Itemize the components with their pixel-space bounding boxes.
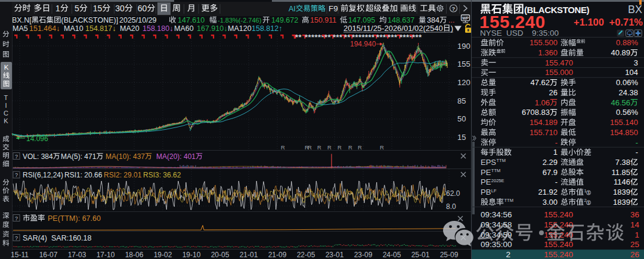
svg-text:30: 30	[115, 4, 125, 13]
svg-text:1: 1	[635, 230, 640, 239]
svg-text:R: R	[281, 144, 285, 151]
svg-text:9:35:00: 9:35:00	[532, 29, 559, 38]
svg-text:PE: PE	[481, 177, 491, 186]
svg-text:158.180↓: 158.180↓	[143, 24, 173, 33]
svg-text:+0.71%: +0.71%	[609, 17, 643, 27]
svg-text:I: I	[5, 102, 7, 109]
svg-text:17-10: 17-10	[97, 251, 115, 259]
svg-text:(BLACKSTONE)]: (BLACKSTONE)]	[61, 16, 119, 24]
svg-text:PE: PE	[481, 168, 491, 177]
svg-text:RSI3: 36.62: RSI3: 36.62	[143, 171, 181, 179]
svg-text:47.62: 47.62	[531, 78, 550, 87]
svg-text:26: 26	[549, 88, 558, 97]
svg-text:7.38: 7.38	[615, 158, 630, 167]
svg-text:155.240: 155.240	[544, 210, 573, 219]
svg-text:0.88%: 0.88%	[616, 38, 638, 47]
svg-text:WP: WP	[462, 16, 469, 20]
svg-text:1: 1	[553, 148, 558, 157]
svg-text:LF: LF	[491, 188, 497, 194]
svg-text:-: -	[555, 177, 558, 186]
svg-text:?: ?	[452, 5, 456, 12]
svg-text:MA(10): 437: MA(10): 437	[106, 152, 145, 161]
svg-text:155.500: 155.500	[530, 38, 558, 47]
svg-text:RSI1: 20.66: RSI1: 20.66	[64, 171, 103, 179]
svg-text:EPS: EPS	[481, 158, 496, 167]
svg-text:23-01: 23-01	[326, 251, 344, 259]
svg-text:167.910↓: 167.910↓	[197, 24, 227, 33]
svg-text:21.92: 21.92	[538, 188, 558, 196]
svg-text:158.812↑: 158.812↑	[252, 24, 282, 33]
svg-text:36: 36	[630, 210, 639, 219]
svg-text:MA10: MA10	[64, 24, 83, 33]
svg-text:19-02: 19-02	[154, 251, 172, 259]
svg-text:R: R	[308, 144, 312, 151]
svg-text:17-03: 17-03	[68, 251, 86, 259]
svg-text:154.817↓: 154.817↓	[85, 24, 116, 33]
svg-text:-1.83%(-2.746): -1.83%(-2.746)	[218, 17, 261, 24]
svg-text:20-05: 20-05	[211, 251, 230, 259]
svg-text:MA120: MA120	[228, 24, 252, 33]
svg-text:6708.83: 6708.83	[522, 108, 550, 117]
svg-text:147.610: 147.610	[178, 16, 205, 24]
svg-text:TTM: TTM	[497, 158, 506, 163]
svg-text:154.189: 154.189	[530, 118, 558, 127]
svg-text:+1.100: +1.100	[574, 17, 604, 27]
svg-text:RSI2: 29.01: RSI2: 29.01	[104, 171, 142, 179]
svg-text:8.0: 8.0	[446, 202, 456, 211]
svg-text:PB: PB	[481, 188, 491, 196]
svg-text:?: ?	[15, 235, 18, 241]
svg-text:149.672: 149.672	[271, 16, 298, 24]
svg-text:K: K	[4, 64, 9, 71]
svg-text:VOL: 384: VOL: 384	[23, 152, 53, 161]
svg-text:?: ?	[15, 216, 18, 221]
svg-text:155.140: 155.140	[610, 118, 638, 127]
svg-text:-: -	[555, 138, 558, 147]
svg-text:155.470: 155.470	[545, 58, 573, 67]
svg-text:120: 120	[457, 78, 470, 87]
svg-text:2.29: 2.29	[543, 158, 558, 167]
svg-text:T: T	[4, 94, 8, 101]
svg-text:R: R	[327, 144, 332, 151]
svg-text:2: 2	[506, 250, 511, 259]
svg-text:?: ?	[15, 172, 18, 178]
svg-text:R: R	[338, 144, 342, 151]
svg-text:62.0: 62.0	[446, 189, 460, 198]
svg-text:150.911: 150.911	[310, 16, 336, 24]
svg-text:19-10: 19-10	[182, 251, 201, 259]
svg-text:24.38: 24.38	[619, 88, 639, 97]
svg-text:SAR:160.18: SAR:160.18	[51, 234, 91, 242]
svg-text:MA20: MA20	[120, 24, 140, 33]
svg-text:$: $	[587, 191, 590, 195]
svg-text:2025E: 2025E	[491, 178, 504, 183]
svg-text:50: 50	[457, 114, 466, 123]
svg-text:24-05: 24-05	[383, 251, 401, 259]
svg-text:155: 155	[457, 60, 470, 68]
svg-text:151.464↓: 151.464↓	[29, 24, 60, 33]
svg-text:1839: 1839	[613, 198, 630, 207]
svg-text:MA60: MA60	[174, 24, 194, 33]
svg-text:16-07: 16-07	[39, 251, 58, 259]
svg-text:15: 15	[93, 4, 103, 13]
svg-text:2015/11/25-2026/01/02(2540: 2015/11/25-2026/01/02(2540	[343, 24, 443, 33]
svg-text:14: 14	[630, 220, 640, 229]
svg-text:MA(20): 401: MA(20): 401	[156, 152, 196, 161]
svg-text:5: 5	[75, 4, 79, 13]
svg-text:3: 3	[634, 58, 638, 67]
svg-text:SAR(4): SAR(4)	[23, 234, 47, 242]
svg-text:154.850: 154.850	[610, 128, 638, 137]
svg-text:-: -	[636, 138, 638, 147]
svg-text:09:35:00: 09:35:00	[481, 240, 512, 249]
svg-text:155.240: 155.240	[544, 240, 573, 249]
svg-text:?: ?	[15, 154, 18, 160]
svg-text:104: 104	[625, 68, 638, 77]
svg-text:R: R	[317, 144, 321, 151]
svg-text:40.89: 40.89	[611, 48, 631, 57]
svg-text:18-06: 18-06	[125, 251, 144, 259]
svg-text:BX.N[: BX.N[	[12, 16, 32, 24]
svg-text:0.56%: 0.56%	[616, 108, 638, 117]
svg-text:MA(5): 471: MA(5): 471	[61, 152, 97, 161]
svg-text:190: 190	[457, 42, 470, 51]
svg-text:PE(TTM): 67.60: PE(TTM): 67.60	[48, 214, 101, 223]
svg-text:15-11: 15-11	[11, 251, 29, 259]
svg-text:25-09: 25-09	[440, 251, 459, 259]
